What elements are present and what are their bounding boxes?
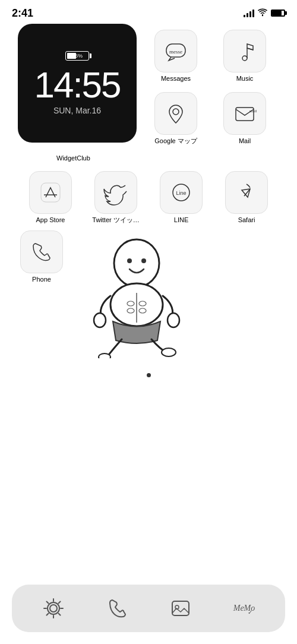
app-appstore[interactable]: App Store [21,171,80,224]
svg-rect-7 [41,183,60,202]
widget-right-apps: messe Messages [146,24,274,145]
dock-settings[interactable] [33,592,74,625]
widget-battery: 45% [65,51,89,61]
music-icon [223,30,266,72]
widget-row: 45% 14:55 SUN, Mar.16 messe Messages [12,24,285,145]
phone-label: Phone [32,276,51,283]
mascot-image [77,231,196,361]
svg-point-21 [168,313,179,327]
settings-icon [37,592,70,625]
widget-date: SUN, Mar.16 [53,106,101,115]
memo-icon: MeMo ✓ [228,592,261,625]
battery-icon [271,10,285,17]
svg-point-11 [127,258,132,263]
page-dot-1 [147,373,151,377]
clock-widget[interactable]: 45% 14:55 SUN, Mar.16 [18,24,137,143]
dock-phone-icon [100,592,134,625]
status-time: 2:41 [12,7,33,20]
svg-text:✓: ✓ [248,609,252,615]
app-googlemaps[interactable]: Google マップ [146,92,206,145]
svg-point-24 [50,605,57,612]
svg-point-0 [262,14,263,15]
home-screen: 45% 14:55 SUN, Mar.16 messe Messages [0,24,297,377]
widgetclub-label-row: WidgetClub [12,154,285,162]
page-dots [12,373,285,377]
app-twitter[interactable]: Twitter ツイッ… [86,171,146,224]
mail-label: Mail [239,137,251,145]
safari-icon [225,171,268,214]
music-label: Music [236,75,254,83]
wifi-icon [258,8,267,18]
signal-icon [244,9,254,17]
mascot-area: Phone [12,231,285,361]
svg-point-4 [173,109,179,115]
messages-label: Messages [161,75,191,83]
svg-point-10 [114,239,159,287]
svg-point-22 [99,353,110,358]
svg-rect-26 [172,601,189,615]
svg-point-12 [141,258,146,263]
safari-label: Safari [238,216,255,224]
svg-text:Line: Line [176,190,186,196]
dock-memo[interactable]: MeMo ✓ [223,592,265,625]
right-app-grid: messe Messages [146,30,274,145]
status-bar: 2:41 [0,0,297,24]
dock-phone[interactable] [96,592,138,625]
app-row-3: App Store Twitter ツイッ… Line LINE [12,171,285,224]
app-phone[interactable]: Phone [18,231,65,283]
app-mail[interactable]: mail Mail [215,92,274,145]
svg-point-20 [94,313,106,327]
widget-battery-text: 45% [72,53,83,59]
twitter-label: Twitter ツイッ… [92,216,139,224]
svg-point-3 [242,56,247,61]
messages-icon: messe [154,30,197,72]
widget-time: 14:55 [34,67,120,103]
svg-point-23 [162,348,176,356]
app-safari[interactable]: Safari [217,171,276,224]
svg-text:mail: mail [249,109,257,113]
status-icons [244,8,285,18]
mail-icon: mail [223,92,266,135]
app-line[interactable]: Line LINE [151,171,211,224]
googlemaps-icon [154,92,197,135]
widgetclub-label: WidgetClub [56,154,90,162]
line-icon: Line [160,171,203,214]
appstore-label: App Store [36,216,65,224]
line-label: LINE [174,216,188,224]
phone-icon-main [20,231,63,273]
photos-icon [164,592,197,625]
dock: MeMo ✓ [12,585,285,632]
googlemaps-label: Google マップ [154,137,197,145]
appstore-icon [29,171,72,214]
svg-text:messe: messe [169,49,182,55]
twitter-icon [94,171,137,214]
dock-photos[interactable] [160,592,201,625]
app-messages[interactable]: messe Messages [146,30,206,83]
app-music[interactable]: Music [215,30,274,83]
